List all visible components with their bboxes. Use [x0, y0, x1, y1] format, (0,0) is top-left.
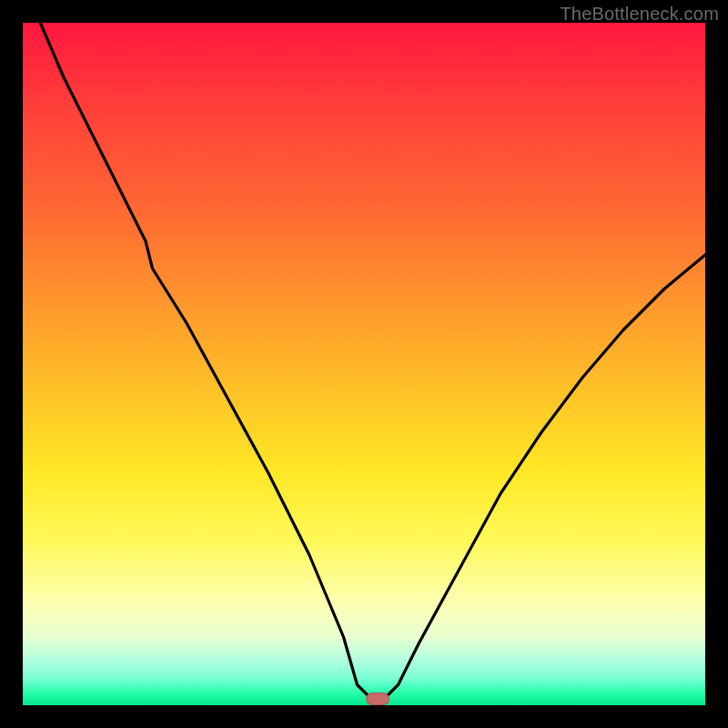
optimal-marker	[366, 693, 389, 705]
chart-frame: TheBottleneck.com	[0, 0, 728, 728]
bottleneck-curve	[23, 23, 705, 705]
plot-area	[23, 23, 705, 705]
watermark-text: TheBottleneck.com	[560, 4, 719, 25]
